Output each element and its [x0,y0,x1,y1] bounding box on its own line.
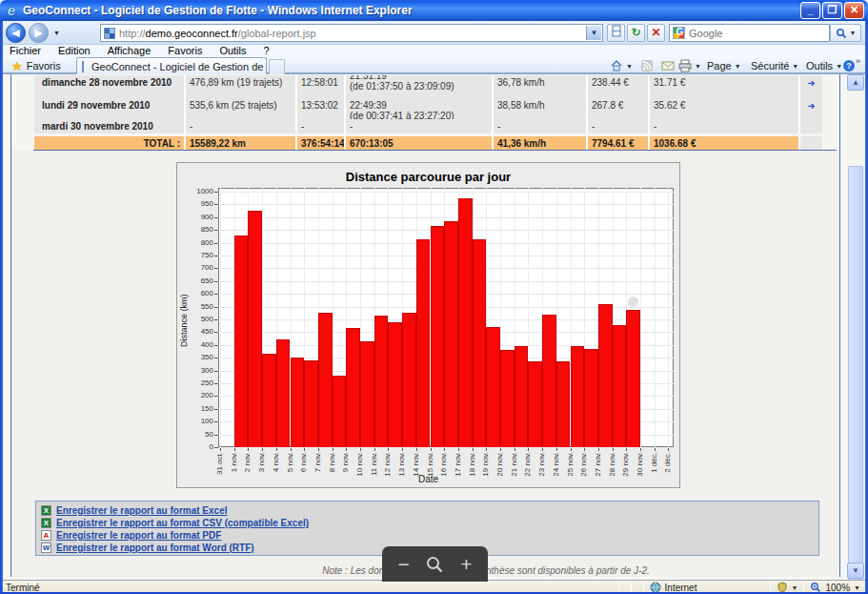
scroll-up-button[interactable]: ▲ [847,74,864,91]
magnifier-zoom-icon[interactable] [425,555,444,574]
table-cell: 38,58 km/h [494,98,588,119]
page-menu-button[interactable]: Page▼ [707,58,741,73]
x-axis-tick-label: 29 nov. [621,452,630,477]
gridline-v [655,188,656,447]
compatibility-view-button[interactable] [607,24,625,42]
feeds-button[interactable] [640,58,654,73]
y-axis-tick-label: 1000 [189,188,213,195]
menu-item-edition[interactable]: Edition [58,45,91,56]
y-axis-tick [214,358,218,358]
window-border-left [0,21,3,594]
history-dropdown-icon[interactable]: ▼ [53,30,60,36]
rss-icon [640,59,654,72]
overflow-chevron[interactable]: » [856,56,860,66]
address-dropdown-button[interactable]: ▼ [586,26,601,40]
menu-item-fichier[interactable]: Fichier [10,45,41,56]
favorites-button[interactable]: ★ Favoris [6,58,67,73]
refresh-button[interactable]: ↻ [627,24,645,42]
x-axis-tick-label: 2 déc. [663,452,672,473]
menu-item-outils[interactable]: Outils [219,45,246,56]
x-axis-tick [473,448,474,451]
menu-item-?[interactable]: ? [264,45,270,56]
export-link[interactable]: Enregistrer le rapport au format Excel [56,505,228,516]
tab-geoconnect[interactable]: GeoConnect - Logiciel de Gestion de Flot… [76,57,267,74]
x-axis-tick-label: 17 nov. [454,452,462,477]
tools-menu-button[interactable]: Outils▼ [806,58,842,73]
x-axis-tick [360,448,361,451]
x-axis-tick [668,448,669,451]
chart-bar [402,313,416,447]
title-bar[interactable]: e GeoConnect - Logiciel de Gestion de Fl… [0,0,868,21]
search-button[interactable]: ▼ [830,24,861,42]
chart-bar [304,360,318,447]
x-axis-tick [318,448,319,451]
table-cell: dimanche 28 novembre 2010 [34,75,186,98]
row-detail-arrow-icon[interactable]: ➔ [808,78,816,88]
menu-item-favoris[interactable]: Favoris [168,45,202,56]
y-axis-tick [214,217,218,218]
export-link[interactable]: Enregistrer le rapport au format Word (R… [56,543,254,553]
export-link[interactable]: Enregistrer le rapport au format CSV (co… [56,518,309,528]
export-link[interactable]: Enregistrer le rapport au format PDF [56,530,221,541]
y-axis-tick-label: 850 [189,226,213,234]
gridline-v [220,188,221,447]
chart-bar [613,325,627,447]
help-button[interactable]: ? [842,58,856,73]
chart-bar [626,310,640,447]
row-detail-arrow-icon[interactable]: ➔ [808,101,816,111]
close-button[interactable]: ✕ [844,2,864,19]
x-axis-tick-label: 9 nov. [341,452,350,472]
google-logo-icon: G [673,27,685,39]
y-axis-tick-label: 800 [189,239,213,247]
y-axis-tick [214,396,218,397]
y-axis-tick-label: 550 [189,303,213,311]
table-cell: ➔ [800,75,822,98]
search-input[interactable] [689,28,813,39]
chart-bar [444,221,458,447]
y-axis-tick-label: 500 [189,316,213,323]
zoom-out-button[interactable]: − [397,554,409,574]
search-dropdown-icon[interactable]: ▼ [850,30,857,36]
home-button[interactable]: ▼ [610,58,633,73]
y-axis-tick-label: 50 [189,431,213,439]
content-right-border [839,74,840,577]
search-box[interactable]: G [669,24,830,42]
read-mail-button[interactable] [661,58,675,73]
vertical-scrollbar[interactable]: ▲ ▼ [847,74,864,579]
export-link-row: AEnregistrer le rapport au format PDF [41,529,818,542]
new-tab-button[interactable] [269,59,285,74]
back-button[interactable]: ◀ [6,23,26,43]
address-field[interactable]: http://demo.geoconnect.fr/global-report.… [100,24,603,42]
y-axis-tick-label: 200 [189,392,213,399]
table-cell: mardi 30 novembre 2010 [34,119,186,133]
home-dropdown-icon[interactable]: ▼ [626,63,633,70]
x-axis-tick-label: 3 nov. [257,452,266,472]
table-row: dimanche 28 novembre 2010476,89 km (19 t… [34,75,822,98]
chart-bar [556,361,571,447]
total-cell: 7794.61 € [588,136,650,150]
print-dropdown-icon[interactable]: ▼ [695,63,701,70]
total-cell: 15589,22 km [186,136,297,150]
mail-icon [661,59,675,72]
scrollbar-thumb[interactable] [848,166,863,594]
y-axis-tick [214,435,218,436]
scroll-down-button[interactable]: ▼ [847,563,864,579]
print-button[interactable]: ▼ [678,58,701,73]
menu-item-affichage[interactable]: Affichage [108,45,151,56]
maximize-button[interactable]: ❐ [822,2,842,19]
chart-bar [346,328,360,447]
security-menu-button[interactable]: Sécurité▼ [751,58,798,73]
minimize-button[interactable]: _ [800,2,820,19]
chart-bar [515,346,529,447]
x-axis-tick [640,448,641,451]
chart-bar [248,211,262,447]
x-axis-tick [374,448,375,451]
forward-button[interactable]: ▶ [29,23,49,43]
window-title: GeoConnect - Logiciel de Gestion de Flot… [23,4,413,17]
zoom-in-button[interactable]: + [460,554,472,574]
zoom-dropdown-icon[interactable]: ▼ [854,584,860,591]
chart-bar [416,239,431,447]
y-axis-tick [214,294,218,295]
stop-button[interactable]: ✕ [647,24,665,42]
protected-mode-dropdown-icon[interactable]: ▼ [792,584,798,591]
